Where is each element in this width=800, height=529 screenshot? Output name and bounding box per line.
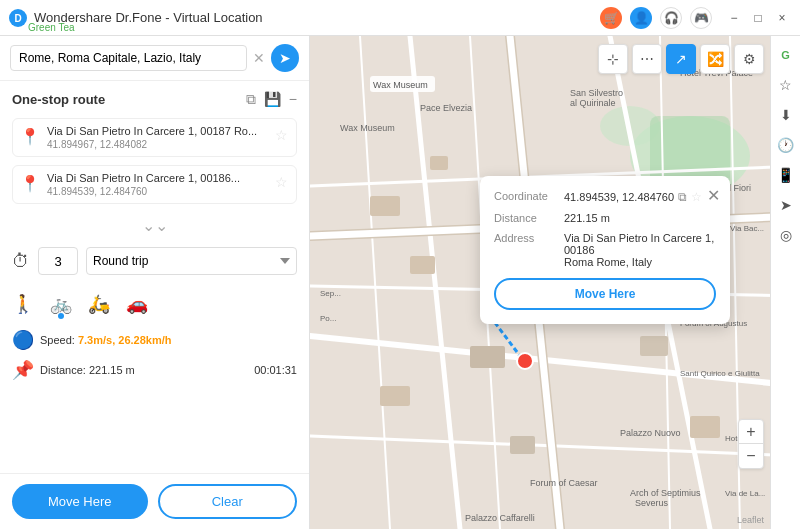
dist-row: 📌 Distance: 221.15 m 00:01:31 <box>12 359 297 381</box>
transport-icons: 🚶 🚲 🛵 🚗 <box>12 289 297 319</box>
route-item-start-text: Via Di San Pietro In Carcere 1, 00187 Ro… <box>47 125 267 150</box>
timer-icon: ⏱ <box>12 251 30 272</box>
popup-distance-value: 221.15 m <box>564 212 716 224</box>
svg-rect-23 <box>410 256 435 274</box>
pin-location-icon: 📌 <box>12 359 34 381</box>
popup-card: ✕ Coordinate 41.894539, 12.484760 ⧉ ☆ Di… <box>480 176 730 324</box>
scooter-icon[interactable]: 🛵 <box>88 293 110 315</box>
speed-value: 7.3m/s, 26.28km/h <box>78 334 172 346</box>
teleport-icon-btn[interactable]: ⊹ <box>598 44 628 74</box>
svg-rect-24 <box>470 346 505 368</box>
one-stop-icon-btn[interactable]: ⋯ <box>632 44 662 74</box>
route-item-start: 📍 Via Di San Pietro In Carcere 1, 00187 … <box>12 118 297 157</box>
route-start-coords: 41.894967, 12.484082 <box>47 139 267 150</box>
app-title: Wondershare Dr.Fone - Virtual Location <box>34 10 600 25</box>
profile-icon[interactable]: 👤 <box>630 7 652 29</box>
route-start-star[interactable]: ☆ <box>275 127 288 143</box>
route-header: One-stop route ⧉ 💾 − <box>12 91 297 108</box>
trip-count-input[interactable] <box>38 247 78 275</box>
popup-coordinate-label: Coordinate <box>494 190 564 204</box>
go-button[interactable]: ➤ <box>271 44 299 72</box>
svg-text:Palazzo Caffarelli: Palazzo Caffarelli <box>465 513 535 523</box>
svg-text:San Silvestro: San Silvestro <box>570 88 623 98</box>
popup-star-icon[interactable]: ☆ <box>691 190 702 204</box>
expand-route-icon[interactable]: ⌄⌄ <box>12 216 297 235</box>
bike-icon[interactable]: 🚲 <box>50 293 72 315</box>
svg-text:Santi Quirico e Giulitta: Santi Quirico e Giulitta <box>680 369 760 378</box>
popup-address-label: Address <box>494 232 564 268</box>
action-buttons: Move Here Clear <box>0 474 309 529</box>
svg-rect-28 <box>430 156 448 170</box>
route-end-star[interactable]: ☆ <box>275 174 288 190</box>
collapse-route-icon[interactable]: − <box>289 91 297 108</box>
trip-options: ⏱ Round trip One way <box>12 247 297 275</box>
svg-text:al Quirinale: al Quirinale <box>570 98 616 108</box>
copy-route-icon[interactable]: ⧉ <box>246 91 256 108</box>
svg-text:D: D <box>14 13 21 24</box>
history-icon[interactable]: 🕐 <box>775 134 797 156</box>
search-input[interactable] <box>10 45 247 71</box>
map-area[interactable]: Wax Museum Pace Elvezia San Silvestro al… <box>310 36 800 529</box>
headset-icon[interactable]: 🎧 <box>660 7 682 29</box>
google-maps-icon[interactable]: G <box>775 44 797 66</box>
popup-copy-icon[interactable]: ⧉ <box>678 190 687 204</box>
popup-move-here-button[interactable]: Move Here <box>494 278 716 310</box>
right-toolbar: G ☆ ⬇ 🕐 📱 ➤ ◎ <box>770 36 800 529</box>
svg-rect-30 <box>510 436 535 454</box>
main-layout: ✕ ➤ One-stop route ⧉ 💾 − 📍 Via Di San Pi… <box>0 36 800 529</box>
speed-row: 🔵 Speed: 7.3m/s, 26.28km/h <box>12 329 297 351</box>
device-icon[interactable]: 📱 <box>775 164 797 186</box>
maximize-button[interactable]: □ <box>748 8 768 28</box>
svg-text:Forum of Caesar: Forum of Caesar <box>530 478 598 488</box>
minimize-button[interactable]: − <box>724 8 744 28</box>
svg-rect-26 <box>640 336 668 356</box>
svg-point-54 <box>517 353 533 369</box>
titlebar: D Wondershare Dr.Fone - Virtual Location… <box>0 0 800 36</box>
route-panel: One-stop route ⧉ 💾 − 📍 Via Di San Pietro… <box>0 81 309 474</box>
popup-address-row: Address Via Di San Pietro In Carcere 1, … <box>494 232 716 268</box>
svg-rect-29 <box>380 386 410 406</box>
svg-text:Arch of Septimius: Arch of Septimius <box>630 488 701 498</box>
leaflet-badge: Leaflet <box>737 515 764 525</box>
popup-coordinate-value: 41.894539, 12.484760 ⧉ ☆ <box>564 190 716 204</box>
popup-distance-row: Distance 221.15 m <box>494 212 716 224</box>
top-icons: 🛒 👤 🎧 🎮 <box>600 7 712 29</box>
speed-label: Speed: 7.3m/s, 26.28km/h <box>40 334 172 346</box>
svg-text:Wax Museum: Wax Museum <box>340 123 395 133</box>
download-icon[interactable]: ⬇ <box>775 104 797 126</box>
save-route-icon[interactable]: 💾 <box>264 91 281 108</box>
green-tea-label: Green Tea <box>28 22 75 33</box>
route-end-name: Via Di San Pietro In Carcere 1, 00186... <box>47 172 267 184</box>
favorites-icon[interactable]: ☆ <box>775 74 797 96</box>
svg-rect-31 <box>690 416 720 438</box>
trip-time: 00:01:31 <box>254 364 297 376</box>
zoom-out-button[interactable]: − <box>739 444 763 468</box>
jump-teleport-icon-btn[interactable]: 🔀 <box>700 44 730 74</box>
clear-search-icon[interactable]: ✕ <box>253 50 265 66</box>
car-icon[interactable]: 🚗 <box>126 293 148 315</box>
zoom-controls: + − <box>738 419 764 469</box>
location-target-icon[interactable]: ◎ <box>775 224 797 246</box>
popup-coordinate-row: Coordinate 41.894539, 12.484760 ⧉ ☆ <box>494 190 716 204</box>
move-here-button[interactable]: Move Here <box>12 484 148 519</box>
navigate-icon[interactable]: ➤ <box>775 194 797 216</box>
cart-icon[interactable]: 🛒 <box>600 7 622 29</box>
zoom-in-button[interactable]: + <box>739 420 763 444</box>
svg-text:Palazzo Nuovo: Palazzo Nuovo <box>620 428 681 438</box>
walk-icon[interactable]: 🚶 <box>12 293 34 315</box>
clear-button[interactable]: Clear <box>158 484 298 519</box>
svg-text:Via de La...: Via de La... <box>725 489 765 498</box>
multi-stop-icon-btn[interactable]: ↗ <box>666 44 696 74</box>
settings-icon-btn[interactable]: ⚙ <box>734 44 764 74</box>
trip-type-select[interactable]: Round trip One way <box>86 247 297 275</box>
app-icon: D <box>8 8 28 28</box>
speedometer-icon: 🔵 <box>12 329 34 351</box>
svg-text:Wax Museum: Wax Museum <box>373 80 428 90</box>
game-icon[interactable]: 🎮 <box>690 7 712 29</box>
popup-close-button[interactable]: ✕ <box>707 186 720 205</box>
svg-rect-22 <box>370 196 400 216</box>
close-button[interactable]: × <box>772 8 792 28</box>
route-title: One-stop route <box>12 92 105 107</box>
sidebar: ✕ ➤ One-stop route ⧉ 💾 − 📍 Via Di San Pi… <box>0 36 310 529</box>
svg-text:Po...: Po... <box>320 314 336 323</box>
